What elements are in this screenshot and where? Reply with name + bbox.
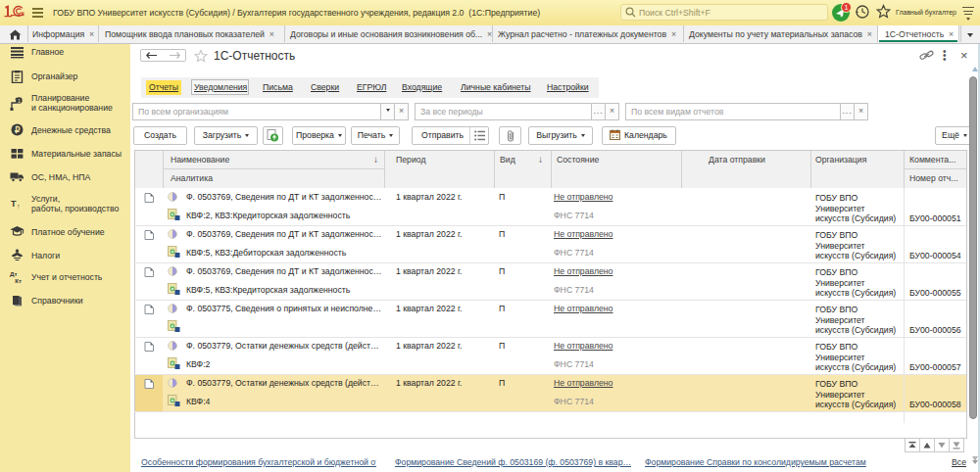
svg-text:₽: ₽ — [15, 125, 21, 135]
svg-text:1: 1 — [18, 98, 21, 104]
svg-text:↑: ↑ — [17, 203, 21, 210]
svg-text:1: 1 — [844, 3, 848, 12]
